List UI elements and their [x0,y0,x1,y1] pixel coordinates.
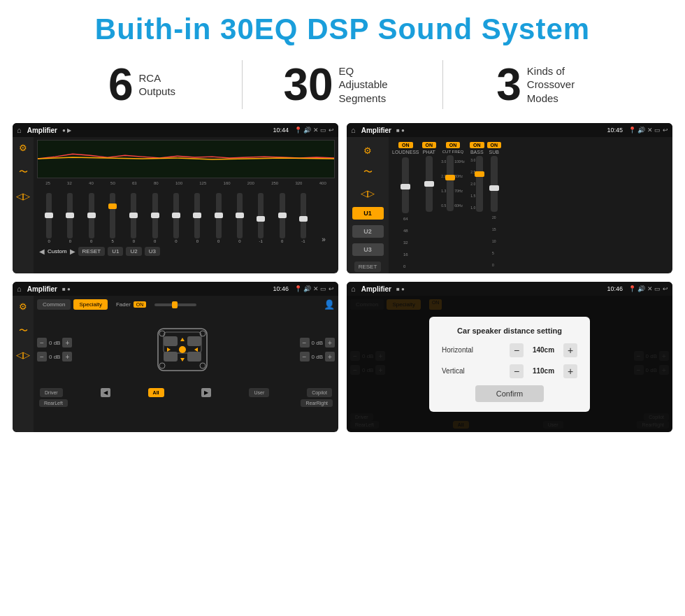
nav-rearleft[interactable]: RearLeft [39,399,68,407]
eq-slider-12[interactable]: -1 [301,193,306,243]
cross-reset-btn[interactable]: RESET [354,262,382,272]
screen-eq: ⌂ Amplifier ● ▶ 10:44 📍 🔊 ✕ ▭ ↩ ⚙ 〜 ◁▷ [13,123,338,273]
eq-main: 253240506380100125160200250320400 0 0 0 [34,137,338,273]
sub-on[interactable]: ON [487,142,502,148]
cross-u2-btn[interactable]: U2 [352,225,384,238]
dialog-vertical-ctrl: − 110cm + [510,364,577,378]
nav-driver[interactable]: Driver [40,388,63,397]
home-icon-1[interactable]: ⌂ [17,126,22,134]
eq-slider-1[interactable]: 0 [67,193,73,243]
eq-slider-11[interactable]: 0 [280,193,285,243]
eq-sliders-icon[interactable]: ⚙ [19,143,27,153]
eq-slider-2[interactable]: 0 [89,193,94,243]
tab-specialty-3[interactable]: Specialty [73,299,107,310]
loudness-on[interactable]: ON [398,142,413,148]
fader-h-sliders[interactable] [154,300,196,310]
cross-u1-btn[interactable]: U1 [352,207,384,220]
home-icon-3[interactable]: ⌂ [17,285,22,293]
cutfreq-on[interactable]: ON [446,142,461,148]
phat-on[interactable]: ON [422,142,437,148]
eq-slider-4[interactable]: 0 [131,193,136,243]
db-plus-rr[interactable]: + [325,352,335,361]
stat-eq: 30 EQ Adjustable Segments [243,62,442,107]
svg-marker-8 [180,338,185,341]
status-dots-3: ■ ● [62,286,71,292]
eq-slider-10[interactable]: -1 [258,193,264,243]
horizontal-minus-btn[interactable]: − [510,343,524,357]
eq-slider-7[interactable]: 0 [194,193,200,243]
home-icon-4[interactable]: ⌂ [351,285,356,293]
eq-slider-8[interactable]: 0 [216,193,222,243]
fader-eq-icon[interactable]: ⚙ [19,301,27,312]
fader-settings-icon[interactable]: 👤 [324,299,335,310]
eq-wave-icon[interactable]: 〜 [19,166,28,178]
time-3: 10:46 [273,285,289,292]
bass-on[interactable]: ON [470,142,484,148]
db-minus-fr[interactable]: − [300,338,310,348]
status-icons-1: 📍 🔊 ✕ ▭ ↩ [294,127,334,134]
screen-distance: ⌂ Amplifier ■ ● 10:46 📍 🔊 ✕ ▭ ↩ Common S… [347,282,672,432]
db-plus-rl[interactable]: + [62,352,72,361]
status-icons-3: 📍 🔊 ✕ ▭ ↩ [294,285,334,292]
vertical-minus-btn[interactable]: − [510,364,524,378]
db-ctrl-rr: − 0 dB + [300,352,335,361]
eq-slider-0[interactable]: 0 [46,193,52,243]
vertical-plus-btn[interactable]: + [563,364,577,378]
eq-u3-btn[interactable]: U3 [145,247,160,256]
eq-slider-more[interactable]: » [322,236,326,243]
car-diagram [144,318,228,381]
dialog-vertical-label: Vertical [442,367,484,375]
db-plus-fr[interactable]: + [325,338,335,348]
eq-slider-9[interactable]: 0 [237,193,243,243]
eq-slider-6[interactable]: 0 [173,193,179,243]
ctrl-sub: ON SUB 20151050 [487,142,502,271]
time-1: 10:44 [273,127,289,134]
dialog-overlay: Car speaker distance setting Horizontal … [347,296,672,432]
fader-top-row: Common Specialty Fader ON 👤 [37,299,335,310]
home-icon-2[interactable]: ⌂ [351,126,356,134]
fader-on-badge[interactable]: ON [134,301,147,308]
eq-slider-3[interactable]: 5 [110,193,115,243]
stat-number-rca: 6 [108,62,134,107]
confirm-button[interactable]: Confirm [475,385,545,402]
stats-row: 6 RCA Outputs 30 EQ Adjustable Segments … [0,55,685,119]
fader-vol-icon[interactable]: ◁▷ [16,350,30,360]
eq-volume-icon[interactable]: ◁▷ [16,191,30,201]
db-val-fl: 0 dB [49,340,60,346]
eq-slider-5[interactable]: 0 [152,193,158,243]
nav-all[interactable]: All [148,388,164,397]
eq-next-icon[interactable]: ▶ [70,248,75,255]
fader-wave-icon[interactable]: 〜 [19,324,28,337]
app-title-3: Amplifier [27,285,57,293]
svg-point-14 [159,363,165,368]
db-minus-rl[interactable]: − [37,352,47,361]
nav-user[interactable]: User [249,388,269,397]
svg-point-7 [179,346,186,353]
horizontal-plus-btn[interactable]: + [563,343,577,357]
db-plus-fl[interactable]: + [62,338,72,348]
db-minus-rr[interactable]: − [300,352,310,361]
svg-rect-3 [164,336,178,346]
freq-labels: 253240506380100125160200250320400 [37,181,335,185]
nav-copilot[interactable]: Copilot [307,388,332,397]
eq-nav-row: ◀ Custom ▶ RESET U1 U2 U3 [37,245,335,257]
eq-prev-icon[interactable]: ◀ [39,248,45,255]
db-minus-fl[interactable]: − [37,338,47,348]
eq-reset-btn[interactable]: RESET [78,247,106,256]
nav-rearright[interactable]: RearRight [301,399,333,407]
eq-sliders[interactable]: 0 0 0 5 0 [37,187,335,243]
db-ctrl-fr: − 0 dB + [300,338,335,348]
eq-u1-btn[interactable]: U1 [108,247,123,256]
fader-label: Fader [116,301,131,308]
status-dots-2: ■ ● [396,127,405,134]
eq-u2-btn[interactable]: U2 [126,247,141,256]
eq-sidebar: ⚙ 〜 ◁▷ [13,137,34,273]
nav-right-arrow[interactable]: ▶ [201,388,211,397]
tab-common-3[interactable]: Common [37,299,71,310]
cross-vol-icon[interactable]: ◁▷ [361,188,375,199]
db-val-rl: 0 dB [49,354,60,360]
cross-eq-icon[interactable]: ⚙ [363,145,372,156]
cross-wave-icon[interactable]: 〜 [363,166,373,178]
nav-left-arrow[interactable]: ◀ [101,388,110,397]
cross-u3-btn[interactable]: U3 [352,243,384,256]
